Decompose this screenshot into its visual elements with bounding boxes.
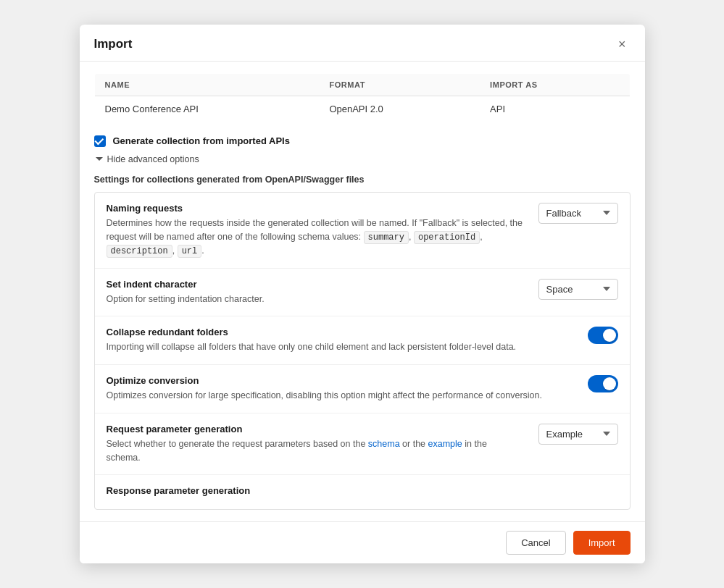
generate-collection-label: Generate collection from imported APIs (113, 135, 290, 146)
setting-naming-title: Naming requests (107, 203, 524, 214)
import-table: NAME FORMAT IMPORT AS Demo Conference AP… (94, 73, 631, 122)
dialog-header: Import × (80, 25, 645, 62)
advanced-toggle-label: Hide advanced options (107, 154, 199, 164)
setting-collapse-title: Collapse redundant folders (107, 327, 573, 337)
generate-collection-checkbox[interactable] (94, 135, 106, 147)
setting-naming-requests: Naming requests Determines how the reque… (95, 193, 630, 269)
table-row: Demo Conference API OpenAPI 2.0 API (94, 96, 630, 122)
col-header-name: NAME (94, 73, 319, 96)
setting-indent-content: Set indent character Option for setting … (107, 279, 538, 306)
close-button[interactable]: × (614, 36, 631, 52)
indent-character-dropdown[interactable]: Space Tab (538, 279, 618, 300)
setting-naming-control: Fallback Summary OperationId Description… (538, 203, 618, 224)
col-header-import-as: IMPORT AS (480, 73, 630, 96)
setting-indent-desc: Option for setting indentation character… (107, 293, 524, 306)
setting-optimize-conversion: Optimize conversion Optimizes conversion… (95, 365, 630, 413)
request-param-dropdown[interactable]: Example Schema (538, 424, 618, 445)
dialog-body: NAME FORMAT IMPORT AS Demo Conference AP… (80, 62, 645, 522)
setting-response-param-content: Response parameter generation (107, 485, 618, 499)
toggle-thumb-2 (603, 377, 616, 390)
col-header-format: FORMAT (319, 73, 480, 96)
setting-optimize-desc: Optimizes conversion for large specifica… (107, 389, 573, 403)
example-link[interactable]: example (428, 439, 462, 449)
setting-response-param: Response parameter generation (95, 475, 630, 509)
dialog-footer: Cancel Import (80, 521, 645, 563)
setting-collapse-folders: Collapse redundant folders Importing wil… (95, 316, 630, 365)
setting-response-param-title: Response parameter generation (107, 485, 604, 496)
setting-indent: Set indent character Option for setting … (95, 269, 630, 317)
setting-collapse-control (588, 327, 618, 344)
import-button[interactable]: Import (573, 531, 631, 555)
code-operationid: operationId (414, 231, 480, 244)
setting-naming-content: Naming requests Determines how the reque… (107, 203, 538, 258)
naming-requests-dropdown[interactable]: Fallback Summary OperationId Description… (538, 203, 618, 224)
optimize-conversion-toggle[interactable] (588, 375, 618, 392)
table-cell-name: Demo Conference API (94, 96, 319, 122)
table-cell-import-as: API (480, 96, 630, 122)
code-description: description (107, 245, 172, 258)
chevron-down-icon (96, 157, 103, 161)
setting-optimize-title: Optimize conversion (107, 375, 573, 386)
setting-naming-desc: Determines how the requests inside the g… (107, 217, 524, 258)
code-url: url (178, 245, 202, 258)
setting-request-param: Request parameter generation Select whet… (95, 413, 630, 476)
advanced-options-toggle[interactable]: Hide advanced options (96, 154, 631, 164)
setting-request-param-desc: Select whether to generate the request p… (107, 437, 524, 465)
setting-optimize-control (588, 375, 618, 392)
import-dialog: Import × NAME FORMAT IMPORT AS Demo Conf… (80, 25, 645, 564)
setting-request-param-title: Request parameter generation (107, 424, 524, 434)
cancel-button[interactable]: Cancel (506, 531, 565, 555)
schema-link[interactable]: schema (368, 439, 400, 449)
code-summary: summary (364, 231, 409, 244)
table-cell-format: OpenAPI 2.0 (319, 96, 480, 122)
setting-request-param-control: Example Schema (538, 424, 618, 445)
generate-collection-row: Generate collection from imported APIs (94, 135, 631, 147)
setting-indent-title: Set indent character (107, 279, 524, 290)
setting-indent-control: Space Tab (538, 279, 618, 300)
collapse-folders-toggle[interactable] (588, 327, 618, 344)
settings-panel: Naming requests Determines how the reque… (94, 192, 631, 511)
setting-request-param-content: Request parameter generation Select whet… (107, 424, 538, 465)
toggle-thumb (603, 329, 616, 342)
dialog-title: Import (94, 37, 133, 51)
setting-optimize-content: Optimize conversion Optimizes conversion… (107, 375, 588, 403)
setting-collapse-content: Collapse redundant folders Importing wil… (107, 327, 588, 354)
settings-section-label: Settings for collections generated from … (94, 175, 631, 185)
setting-collapse-desc: Importing will collapse all folders that… (107, 340, 573, 354)
